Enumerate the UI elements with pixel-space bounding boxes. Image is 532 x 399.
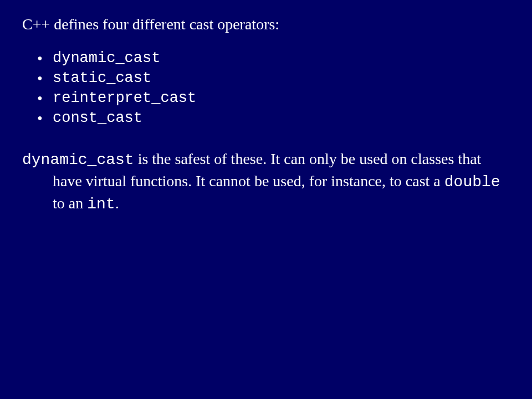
list-item: static_cast	[53, 70, 510, 86]
cast-list: dynamic_cast static_cast reinterpret_cas…	[22, 50, 510, 126]
slide-title: C++ defines four different cast operator…	[22, 16, 510, 33]
paragraph: dynamic_cast is the safest of these. It …	[22, 149, 510, 214]
slide: C++ defines four different cast operator…	[0, 0, 532, 237]
list-item: reinterpret_cast	[53, 90, 510, 106]
text-span: .	[115, 195, 119, 212]
text-span: to an	[53, 195, 87, 212]
code-span: dynamic_cast	[22, 151, 134, 168]
code-span: int	[87, 196, 115, 213]
list-item: const_cast	[53, 110, 510, 126]
code-span: double	[444, 173, 500, 191]
list-item: dynamic_cast	[53, 50, 510, 66]
